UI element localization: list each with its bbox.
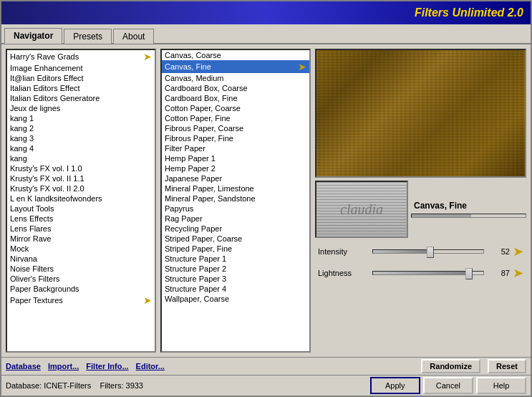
left-list-item[interactable]: Lens Flares	[7, 224, 155, 234]
lightness-thumb[interactable]	[465, 268, 473, 279]
main-content: Harry's Rave Grads➤Image EnhancementIt@l…	[1, 44, 531, 357]
watermark-text: claudia	[340, 201, 383, 218]
left-panel: Harry's Rave Grads➤Image EnhancementIt@l…	[6, 49, 156, 353]
preview-image	[315, 49, 526, 178]
middle-list[interactable]: Canvas, CoarseCanvas, Fine➤Canvas, Mediu…	[162, 50, 309, 351]
left-list-item[interactable]: Paper Textures➤	[7, 294, 155, 307]
list-item-arrow-icon: ➤	[143, 51, 152, 62]
left-list[interactable]: Harry's Rave Grads➤Image EnhancementIt@l…	[7, 50, 155, 351]
middle-list-item[interactable]: Filter Paper	[162, 143, 309, 153]
left-list-item[interactable]: kang	[7, 153, 155, 163]
lightness-row: Lightness 87 ➤	[318, 265, 523, 281]
middle-list-item[interactable]: Rag Paper	[162, 214, 309, 224]
left-list-item[interactable]: It@lian Editors Effect	[7, 73, 155, 83]
database-value: ICNET-Filters	[44, 381, 91, 390]
middle-list-item[interactable]: Cardboard Box, Fine	[162, 93, 309, 103]
lightness-fill	[373, 272, 469, 274]
middle-list-item[interactable]: Japanese Paper	[162, 173, 309, 183]
right-panel: claudia Canvas, Fine Intensity	[315, 49, 526, 353]
middle-list-item[interactable]: Canvas, Fine➤	[162, 60, 309, 73]
middle-list-item[interactable]: Fibrous Paper, Coarse	[162, 123, 309, 133]
middle-list-item[interactable]: Papyrus	[162, 204, 309, 214]
tab-navigator[interactable]: Navigator	[4, 28, 62, 44]
editor-link[interactable]: Editor...	[136, 362, 165, 370]
filters-value: 3933	[126, 381, 143, 390]
middle-list-item[interactable]: Mineral Paper, Sandstone	[162, 193, 309, 204]
left-list-item[interactable]: Italian Editors Effect	[7, 83, 155, 93]
lightness-value: 87	[488, 269, 510, 277]
intensity-label: Intensity	[318, 247, 368, 256]
intensity-thumb[interactable]	[427, 247, 434, 258]
middle-list-item[interactable]: Striped Paper, Coarse	[162, 234, 309, 244]
canvas-texture	[316, 50, 525, 176]
selected-item-arrow-icon: ➤	[298, 61, 306, 72]
sliders-section: Intensity 52 ➤ Lightness 87 ➤	[315, 241, 526, 353]
left-list-item[interactable]: kang 3	[7, 133, 155, 143]
middle-list-item[interactable]: Canvas, Medium	[162, 73, 309, 83]
intensity-value: 52	[488, 247, 510, 256]
middle-list-item[interactable]: Hemp Paper 2	[162, 163, 309, 173]
left-list-item[interactable]: Italian Editors Generatore	[7, 93, 155, 103]
middle-list-item[interactable]: Cardboard Box, Coarse	[162, 83, 309, 93]
left-list-item[interactable]: Noise Filters	[7, 264, 155, 274]
filter-name: Canvas, Fine	[411, 199, 526, 212]
bottom-buttons: Apply Cancel Help	[370, 377, 526, 394]
filters-label: Filters:	[100, 381, 123, 390]
tab-presets[interactable]: Presets	[64, 29, 112, 44]
middle-list-item[interactable]: Structure Paper 3	[162, 274, 309, 284]
middle-list-item[interactable]: Structure Paper 1	[162, 254, 309, 264]
left-list-item[interactable]: kang 2	[7, 123, 155, 133]
middle-list-item[interactable]: Fibrous Paper, Fine	[162, 133, 309, 143]
lightness-arrow-icon: ➤	[513, 265, 523, 281]
middle-list-item[interactable]: Structure Paper 4	[162, 284, 309, 294]
left-list-item[interactable]: Nirvana	[7, 254, 155, 264]
middle-list-item[interactable]: Hemp Paper 1	[162, 153, 309, 163]
status-info: Database: ICNET-Filters Filters: 3933	[6, 381, 143, 390]
left-list-item[interactable]: kang 4	[7, 143, 155, 153]
intensity-row: Intensity 52 ➤	[318, 244, 523, 259]
filter-info-link[interactable]: Filter Info...	[86, 362, 128, 370]
watermark-area: claudia	[315, 181, 408, 238]
left-list-item[interactable]: Krusty's FX vol. II 1.1	[7, 173, 155, 183]
left-list-item[interactable]: Krusty's FX vol. I 1.0	[7, 163, 155, 173]
tabs-bar: Navigator Presets About	[1, 24, 531, 44]
left-list-item[interactable]: Krusty's FX vol. II 2.0	[7, 183, 155, 193]
middle-panel: Canvas, CoarseCanvas, Fine➤Canvas, Mediu…	[160, 49, 311, 353]
reset-button[interactable]: Reset	[488, 359, 526, 373]
middle-list-item[interactable]: Canvas, Coarse	[162, 50, 309, 60]
middle-list-item[interactable]: Striped Paper, Fine	[162, 244, 309, 254]
middle-list-item[interactable]: Structure Paper 2	[162, 264, 309, 274]
import-link[interactable]: Import...	[48, 362, 79, 370]
apply-button[interactable]: Apply	[370, 377, 420, 394]
lightness-label: Lightness	[318, 269, 368, 277]
left-list-item[interactable]: Layout Tools	[7, 204, 155, 214]
left-list-item[interactable]: Image Enhancement	[7, 63, 155, 73]
tab-about[interactable]: About	[113, 29, 154, 44]
left-list-item[interactable]: Lens Effects	[7, 214, 155, 224]
left-list-item[interactable]: kang 1	[7, 113, 155, 123]
title-bar: Filters Unlimited 2.0	[1, 1, 531, 24]
middle-list-item[interactable]: Recycling Paper	[162, 224, 309, 234]
cancel-button[interactable]: Cancel	[423, 377, 473, 394]
intensity-arrow-icon: ➤	[513, 244, 523, 259]
intensity-fill	[373, 250, 430, 253]
help-button[interactable]: Help	[476, 377, 526, 394]
left-list-item[interactable]: Paper Backgrounds	[7, 284, 155, 294]
left-list-item[interactable]: Mock	[7, 244, 155, 254]
middle-list-item[interactable]: Mineral Paper, Limestone	[162, 183, 309, 193]
middle-list-item[interactable]: Cotton Paper, Coarse	[162, 103, 309, 113]
intensity-track[interactable]	[372, 249, 484, 254]
left-list-item[interactable]: L en K landksiteofwonders	[7, 193, 155, 204]
list-item-arrow-icon: ➤	[143, 295, 152, 306]
left-list-item[interactable]: Mirror Rave	[7, 234, 155, 244]
app-title: Filters Unlimited 2.0	[415, 6, 523, 19]
lightness-track[interactable]	[372, 271, 484, 275]
database-label: Database:	[6, 381, 42, 390]
left-list-item[interactable]: Jeux de lignes	[7, 103, 155, 113]
middle-list-item[interactable]: Cotton Paper, Fine	[162, 113, 309, 123]
left-list-item[interactable]: Harry's Rave Grads➤	[7, 50, 155, 63]
middle-list-item[interactable]: Wallpaper, Coarse	[162, 294, 309, 304]
randomize-button[interactable]: Randomize	[421, 359, 480, 373]
database-link[interactable]: Database	[6, 362, 41, 370]
left-list-item[interactable]: Oliver's Filters	[7, 274, 155, 284]
